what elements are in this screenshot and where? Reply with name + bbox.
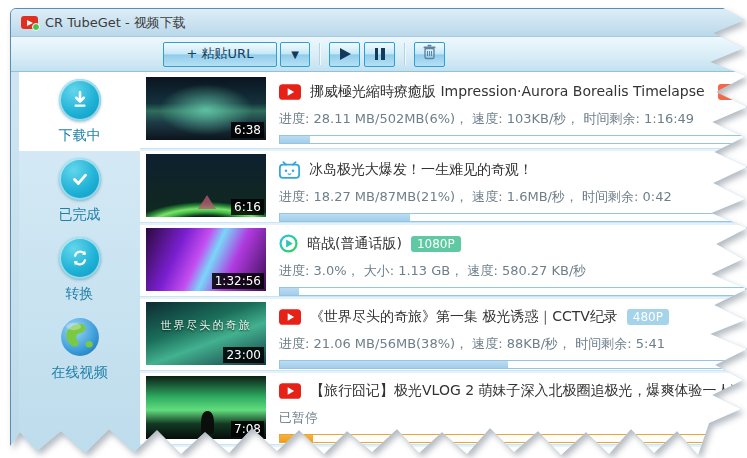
- sidebar-item-label: 在线视频: [52, 364, 108, 382]
- sidebar-item-label: 已完成: [59, 206, 101, 224]
- sidebar-item-convert[interactable]: 转换: [19, 230, 140, 309]
- download-list: 6:38 挪威極光縮時療癒版 Impression·Aurora Boreali…: [140, 72, 746, 457]
- toolbar: + 粘贴URL ▼: [11, 37, 746, 72]
- progress-bar: [279, 287, 746, 296]
- download-row[interactable]: 世界尽头的奇旅 23:00 《世界尽头的奇旅》第一集 极光诱惑｜CCTV纪录 4…: [140, 297, 746, 371]
- delete-button[interactable]: [414, 42, 445, 67]
- play-icon: [340, 48, 351, 60]
- video-title: 冰岛极光大爆发！一生难见的奇观！: [309, 161, 533, 179]
- duration-badge: 6:16: [231, 199, 264, 215]
- youtube-icon: [279, 84, 301, 100]
- body-area: 下载中 已完成 转换 在线视频 6:38 挪威極光縮時療癒版 Impressio…: [11, 72, 746, 457]
- progress-fill: [280, 214, 410, 221]
- duration-badge: 7:08: [231, 421, 264, 437]
- sidebar-item-globe[interactable]: 在线视频: [19, 309, 140, 388]
- download-row[interactable]: 6:38 挪威極光縮時療癒版 Impression·Aurora Boreali…: [140, 72, 746, 149]
- download-row[interactable]: 1:32:56 暗战(普通话版) 1080P 进度: 3.0%， 大小: 1.1…: [140, 223, 746, 297]
- pause-download-button[interactable]: [364, 42, 395, 67]
- progress-bar: [279, 135, 746, 144]
- convert-icon: [59, 237, 101, 279]
- title-bar[interactable]: CR TubeGet - 视频下载: [11, 9, 746, 37]
- bilibili-icon: [279, 160, 300, 179]
- download-icon: [59, 79, 101, 121]
- quality-badge: 1080P: [411, 236, 461, 252]
- progress-info: 进度: 3.0%， 大小: 1.13 GB， 速度: 580.27 KB/秒: [279, 262, 746, 280]
- video-thumbnail: 6:38: [146, 77, 266, 140]
- progress-info: 进度: 28.11 MB/502MB(6%)， 速度: 103KB/秒， 时间剩…: [279, 110, 746, 128]
- video-title: 【旅行囧记】极光VLOG 2 萌妹子深入北极圈追极光，爆爽体验一人独享北冰洋: [310, 382, 746, 400]
- start-download-button[interactable]: [329, 42, 360, 67]
- sidebar-item-label: 转换: [66, 285, 94, 303]
- duration-badge: 6:38: [231, 122, 264, 138]
- window-title: CR TubeGet - 视频下载: [45, 14, 186, 32]
- paste-url-dropdown-button[interactable]: ▼: [280, 42, 310, 67]
- sidebar-item-check[interactable]: 已完成: [19, 151, 140, 230]
- quality-badge: 480P: [627, 309, 669, 325]
- video-thumbnail: 7:08: [146, 376, 266, 439]
- progress-fill: [280, 288, 299, 295]
- trash-icon: [422, 44, 437, 64]
- toolbar-separator: [319, 43, 320, 65]
- progress-bar: [279, 360, 746, 369]
- sidebar-item-label: 下载中: [59, 127, 101, 145]
- video-thumbnail: 6:16: [146, 154, 266, 217]
- download-row[interactable]: 7:08 【旅行囧记】极光VLOG 2 萌妹子深入北极圈追极光，爆爽体验一人独享…: [140, 371, 746, 445]
- progress-fill: [280, 136, 310, 143]
- video-title: 《世界尽头的奇旅》第一集 极光诱惑｜CCTV纪录: [310, 308, 618, 326]
- progress-info: 进度: 21.06 MB/56MB(38%)， 速度: 88KB/秒， 时间剩余…: [279, 335, 746, 353]
- check-icon: [59, 158, 101, 200]
- progress-fill: [280, 435, 313, 442]
- chevron-down-icon: ▼: [291, 49, 299, 60]
- progress-bar: [279, 434, 746, 443]
- thumbnail-overlay-text: 世界尽头的奇旅: [146, 318, 266, 333]
- paste-url-button[interactable]: + 粘贴URL: [163, 42, 277, 67]
- download-row[interactable]: 6:16 冰岛极光大爆发！一生难见的奇观！ 进度: 18.27 MB/87MB(…: [140, 149, 746, 223]
- toolbar-separator: [404, 43, 405, 65]
- progress-info: 进度: 18.27 MB/87MB(21%)， 速度: 1.6MB/秒， 时间剩…: [279, 188, 746, 206]
- progress-bar: [279, 213, 746, 222]
- globe-icon: [59, 316, 101, 358]
- video-title: 挪威極光縮時療癒版 Impression·Aurora Borealis Tim…: [310, 83, 709, 101]
- sidebar: 下载中 已完成 转换 在线视频: [19, 72, 140, 457]
- app-icon: [21, 16, 38, 29]
- youtube-icon: [279, 309, 301, 325]
- duration-badge: 1:32:56: [212, 273, 264, 289]
- progress-info: 已暂停: [279, 409, 746, 427]
- video-thumbnail: 1:32:56: [146, 228, 266, 291]
- video-thumbnail: 世界尽头的奇旅 23:00: [146, 302, 266, 365]
- tencent-icon: [279, 234, 298, 253]
- sidebar-item-download[interactable]: 下载中: [19, 72, 140, 151]
- duration-badge: 23:00: [223, 347, 264, 363]
- app-window: CR TubeGet - 视频下载 + 粘贴URL ▼: [10, 8, 747, 458]
- quality-badge: 4K: [718, 84, 746, 100]
- youtube-icon: [279, 383, 301, 399]
- progress-fill: [280, 361, 508, 368]
- pause-icon: [375, 48, 385, 60]
- video-title: 暗战(普通话版): [307, 235, 402, 253]
